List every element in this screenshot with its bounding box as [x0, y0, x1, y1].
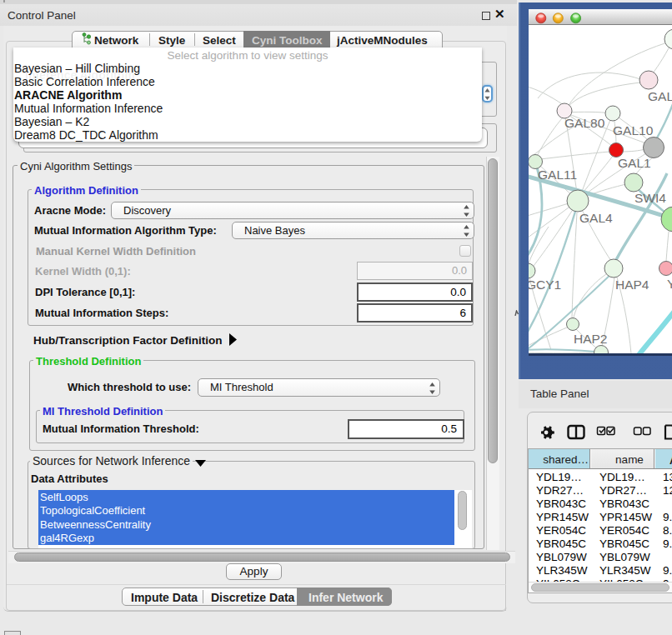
svg-text:HAP4: HAP4 — [615, 278, 649, 292]
svg-text:SWI4: SWI4 — [634, 191, 666, 205]
svg-text:GAL11: GAL11 — [538, 168, 577, 182]
svg-text:GAL10: GAL10 — [613, 123, 654, 138]
svg-text:GAL80: GAL80 — [564, 116, 605, 130]
svg-text:GAL4: GAL4 — [579, 211, 613, 225]
svg-text:Y: Y — [667, 277, 672, 291]
svg-text:HAP2: HAP2 — [574, 332, 608, 346]
svg-text:GAL1: GAL1 — [618, 156, 651, 170]
svg-text:GAL7: GAL7 — [648, 89, 672, 103]
svg-text:GCY1: GCY1 — [529, 278, 561, 292]
